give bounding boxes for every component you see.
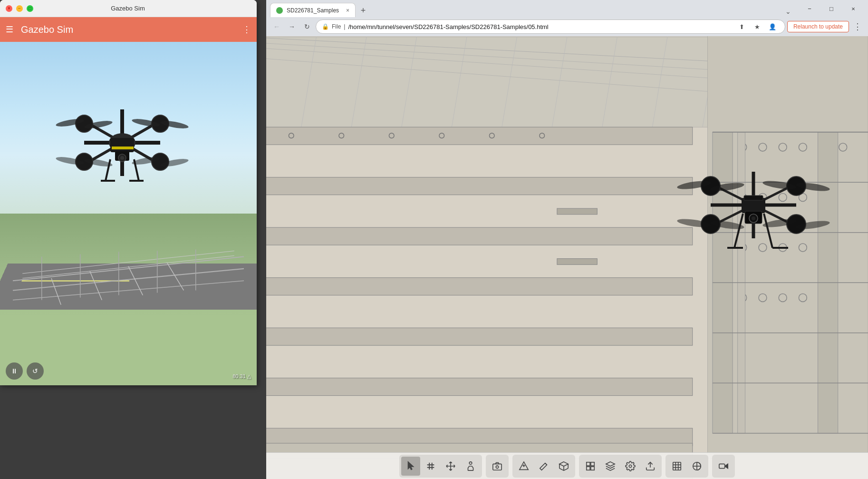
- gazebo-close-button[interactable]: ×: [6, 5, 12, 12]
- toolbar-group-video: [712, 455, 735, 478]
- svg-line-135: [545, 463, 547, 465]
- bookmark-button[interactable]: ★: [751, 20, 764, 33]
- svg-rect-61: [266, 278, 693, 295]
- gazebo-viewport: 80.31 △ ⏸ ↺: [0, 42, 257, 385]
- address-input-wrap[interactable]: 🔒 File | /home/mn/tunnel/seven/SD226781-…: [316, 20, 785, 34]
- svg-line-3: [51, 278, 61, 305]
- browser-close-button[interactable]: ×: [842, 0, 864, 17]
- titlebar-controls: × − □: [6, 5, 33, 12]
- new-tab-button[interactable]: +: [357, 4, 370, 17]
- pause-button[interactable]: ⏸: [6, 362, 23, 380]
- drone-left: [46, 76, 198, 209]
- tab-right-controls: ⌄: [782, 6, 798, 17]
- video-button[interactable]: [714, 457, 733, 476]
- more-options-icon[interactable]: ⋮: [242, 24, 251, 35]
- gazebo-bottom-buttons: ⏸ ↺: [6, 362, 44, 380]
- svg-rect-59: [266, 177, 693, 195]
- browser-viewport: Quantity Map Setup Find... 3DTRIM: [266, 36, 868, 479]
- active-tab[interactable]: SD226781_Samples ×: [270, 3, 356, 17]
- move-tool-button[interactable]: [441, 457, 460, 476]
- svg-point-40: [277, 8, 282, 13]
- tab-bar: SD226781_Samples × + ⌄ − □ ×: [266, 0, 868, 17]
- tab-close-button[interactable]: ×: [346, 7, 349, 14]
- gazebo-maximize-button[interactable]: □: [27, 5, 33, 12]
- drone-right: [663, 134, 844, 276]
- svg-rect-90: [557, 208, 597, 215]
- profile-button[interactable]: 👤: [766, 20, 779, 33]
- gazebo-minimize-button[interactable]: −: [16, 5, 23, 12]
- svg-rect-130: [493, 464, 502, 470]
- svg-line-5: [128, 266, 143, 295]
- tab-favicon: [276, 7, 283, 14]
- browser-menu-button[interactable]: ⋮: [851, 20, 864, 33]
- gazebo-window-title: Gazebo Sim: [33, 5, 222, 12]
- svg-point-140: [629, 465, 632, 468]
- svg-point-21: [76, 115, 93, 132]
- layers-button[interactable]: [601, 457, 620, 476]
- svg-line-4: [90, 271, 102, 300]
- svg-rect-136: [587, 462, 590, 465]
- toolbar-group-camera: [486, 455, 509, 478]
- box-button[interactable]: [554, 457, 573, 476]
- svg-point-123: [752, 216, 755, 220]
- camera-tool-button[interactable]: [488, 457, 507, 476]
- select-tool-button[interactable]: [401, 457, 420, 476]
- special1-button[interactable]: [687, 457, 706, 476]
- svg-rect-91: [557, 259, 597, 265]
- share-button[interactable]: ⬆: [735, 20, 749, 33]
- address-actions: ⬆ ★ 👤: [735, 20, 779, 33]
- add-shape-button[interactable]: [514, 457, 533, 476]
- ortho-button[interactable]: [667, 457, 686, 476]
- toolbar-group-shapes: [512, 455, 575, 478]
- svg-rect-58: [266, 127, 693, 145]
- svg-rect-150: [719, 464, 725, 468]
- svg-point-131: [496, 466, 499, 469]
- reload-button[interactable]: ↻: [300, 20, 314, 33]
- svg-point-129: [469, 461, 472, 464]
- gazebo-titlebar: × − □ Gazebo Sim: [0, 0, 257, 17]
- browser-maximize-button[interactable]: □: [820, 0, 842, 17]
- gazebo-window: × − □ Gazebo Sim ☰ Gazebo Sim ⋮: [0, 0, 257, 385]
- address-bar: ← → ↻ 🔒 File | /home/mn/tunnel/seven/SD2…: [266, 17, 868, 36]
- browser-minimize-button[interactable]: −: [799, 0, 820, 17]
- svg-rect-142: [673, 462, 681, 470]
- toolbar-group-view: [579, 455, 662, 478]
- hamburger-icon[interactable]: ☰: [6, 24, 13, 35]
- draw-button[interactable]: [534, 457, 553, 476]
- toolbar-group-special: [665, 455, 708, 478]
- window-controls: − □ ×: [799, 0, 864, 17]
- svg-line-2: [13, 281, 244, 300]
- grid-button[interactable]: [581, 457, 600, 476]
- tabs-menu-button[interactable]: ⌄: [782, 6, 794, 17]
- person-tool-button[interactable]: [461, 457, 480, 476]
- svg-rect-138: [587, 466, 590, 469]
- tab-title: SD226781_Samples: [287, 7, 339, 14]
- svg-line-125: [764, 214, 772, 248]
- svg-rect-20: [112, 147, 134, 149]
- forward-button[interactable]: →: [285, 20, 299, 33]
- export-button[interactable]: [641, 457, 660, 476]
- svg-rect-128: [744, 196, 763, 200]
- svg-rect-63: [266, 378, 693, 396]
- coordinate-display: 80.31 △: [232, 373, 251, 380]
- security-icon: 🔒: [322, 23, 329, 30]
- relaunch-button[interactable]: Relaunch to update: [787, 21, 849, 32]
- svg-line-0: [13, 256, 244, 281]
- svg-line-7: [22, 255, 234, 278]
- browser-window: SD226781_Samples × + ⌄ − □ × ← → ↻ 🔒 Fil…: [266, 0, 868, 479]
- svg-rect-62: [266, 328, 693, 345]
- svg-rect-139: [591, 466, 594, 469]
- file-label: File: [332, 23, 341, 30]
- toolbar-group-selection: [399, 455, 482, 478]
- back-button[interactable]: ←: [270, 20, 283, 33]
- svg-rect-60: [266, 227, 693, 245]
- gazebo-app-header: ☰ Gazebo Sim ⋮: [0, 17, 257, 42]
- viewer-toolbar: [266, 452, 868, 479]
- svg-point-35: [120, 156, 124, 160]
- svg-point-24: [152, 153, 169, 170]
- settings-button[interactable]: [621, 457, 640, 476]
- pan-tool-button[interactable]: [421, 457, 440, 476]
- svg-rect-19: [110, 138, 134, 152]
- reset-button[interactable]: ↺: [27, 362, 44, 380]
- address-url: /home/mn/tunnel/seven/SD226781-Samples/S…: [348, 23, 730, 30]
